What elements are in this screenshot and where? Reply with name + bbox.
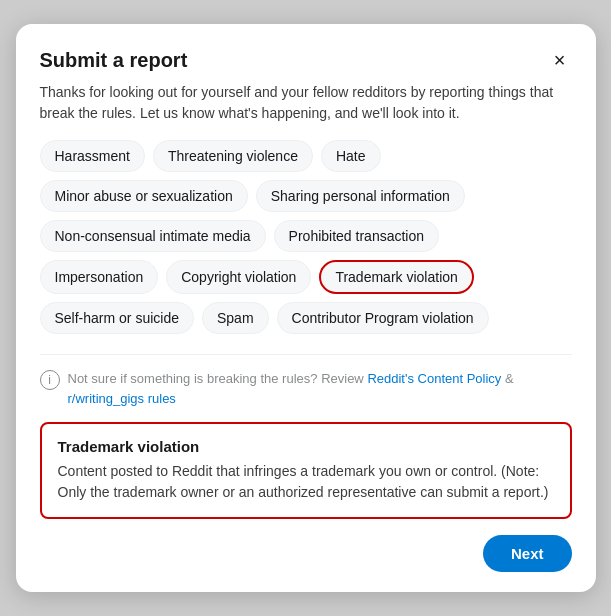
- tags-row-1: HarassmentThreatening violenceHate: [40, 140, 568, 172]
- submit-report-modal: Submit a report × Thanks for looking out…: [16, 24, 596, 592]
- tag-sharing-personal[interactable]: Sharing personal information: [256, 180, 465, 212]
- tags-row-4: ImpersonationCopyright violationTrademar…: [40, 260, 568, 294]
- tag-impersonation[interactable]: Impersonation: [40, 260, 159, 294]
- tag-contributor-program[interactable]: Contributor Program violation: [277, 302, 489, 334]
- content-policy-link[interactable]: Reddit's Content Policy: [367, 371, 501, 386]
- info-icon: i: [40, 370, 60, 390]
- close-button[interactable]: ×: [548, 48, 572, 72]
- tags-row-3: Non-consensual intimate mediaProhibited …: [40, 220, 568, 252]
- tag-harassment[interactable]: Harassment: [40, 140, 145, 172]
- info-sep: &: [501, 371, 513, 386]
- next-button[interactable]: Next: [483, 535, 572, 572]
- tag-spam[interactable]: Spam: [202, 302, 269, 334]
- selected-tag-box: Trademark violation Content posted to Re…: [40, 422, 572, 519]
- tags-area: HarassmentThreatening violenceHate Minor…: [40, 140, 572, 342]
- modal-description: Thanks for looking out for yourself and …: [40, 82, 572, 124]
- tags-row-2: Minor abuse or sexualizationSharing pers…: [40, 180, 568, 212]
- tag-minor-abuse[interactable]: Minor abuse or sexualization: [40, 180, 248, 212]
- tag-trademark-violation[interactable]: Trademark violation: [319, 260, 473, 294]
- info-text: Not sure if something is breaking the ru…: [68, 369, 572, 408]
- modal-footer: Next: [40, 535, 572, 572]
- tag-hate[interactable]: Hate: [321, 140, 381, 172]
- info-row: i Not sure if something is breaking the …: [40, 369, 572, 408]
- tag-copyright-violation[interactable]: Copyright violation: [166, 260, 311, 294]
- selected-tag-description: Content posted to Reddit that infringes …: [58, 461, 554, 503]
- modal-title: Submit a report: [40, 49, 188, 72]
- selected-tag-title: Trademark violation: [58, 438, 554, 455]
- tag-prohibited-transaction[interactable]: Prohibited transaction: [274, 220, 439, 252]
- divider: [40, 354, 572, 355]
- tag-non-consensual[interactable]: Non-consensual intimate media: [40, 220, 266, 252]
- subreddit-rules-link[interactable]: r/writing_gigs rules: [68, 391, 176, 406]
- modal-header: Submit a report ×: [40, 48, 572, 72]
- tag-self-harm[interactable]: Self-harm or suicide: [40, 302, 195, 334]
- tag-threatening-violence[interactable]: Threatening violence: [153, 140, 313, 172]
- info-prefix: Not sure if something is breaking the ru…: [68, 371, 368, 386]
- tags-row-5: Self-harm or suicideSpamContributor Prog…: [40, 302, 568, 334]
